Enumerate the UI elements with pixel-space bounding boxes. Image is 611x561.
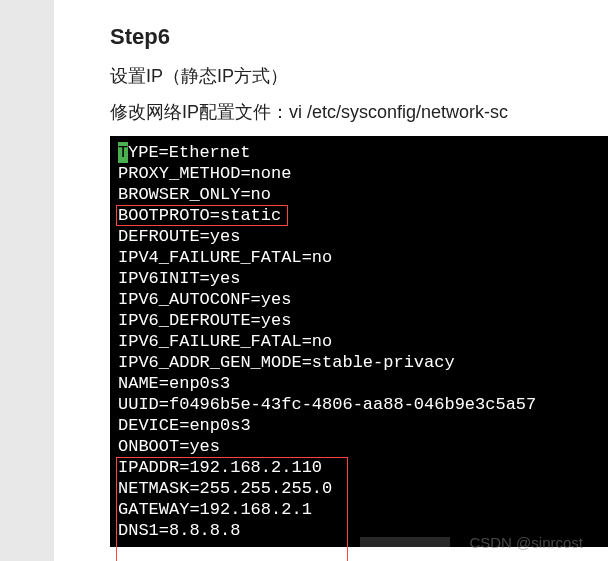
terminal-text: YPE=Ethernet [128, 143, 250, 162]
terminal-line: UUID=f0496b5e-43fc-4806-aa88-046b9e3c5a5… [118, 394, 600, 415]
terminal-line: TYPE=Ethernet [118, 142, 600, 163]
terminal-line: IPV6_FAILURE_FATAL=no [118, 331, 600, 352]
config-edit-prefix: 修改网络IP配置文件：vi [110, 102, 307, 122]
document-page: Step6 设置IP（静态IP方式） 修改网络IP配置文件：vi /etc/sy… [54, 0, 611, 561]
terminal-line: NETMASK=255.255.255.0 [118, 478, 600, 499]
terminal-line: BOOTPROTO=static [118, 205, 600, 226]
config-file-path: /etc/sysconfig/network-sc [307, 102, 508, 122]
terminal-line: IPV6_ADDR_GEN_MODE=stable-privacy [118, 352, 600, 373]
terminal-line: NAME=enp0s3 [118, 373, 600, 394]
terminal-line: IPV6_AUTOCONF=yes [118, 289, 600, 310]
terminal-line: GATEWAY=192.168.2.1 [118, 499, 600, 520]
terminal-line: BROWSER_ONLY=no [118, 184, 600, 205]
terminal-line: IPV6_DEFROUTE=yes [118, 310, 600, 331]
terminal-screenshot: TYPE=Ethernet PROXY_METHOD=none BROWSER_… [110, 136, 608, 547]
description-line-1: 设置IP（静态IP方式） [110, 64, 611, 88]
step-heading: Step6 [110, 24, 611, 50]
terminal-line: IPV4_FAILURE_FATAL=no [118, 247, 600, 268]
terminal-line: PROXY_METHOD=none [118, 163, 600, 184]
terminal-line: DNS1=8.8.8.8 [118, 520, 600, 541]
terminal-cursor: T [118, 142, 128, 163]
terminal-line: DEVICE=enp0s3 [118, 415, 600, 436]
terminal-line: IPADDR=192.168.2.110 [118, 457, 600, 478]
terminal-line: DEFROUTE=yes [118, 226, 600, 247]
terminal-line: IPV6INIT=yes [118, 268, 600, 289]
terminal-line: ONBOOT=yes [118, 436, 600, 457]
description-line-2: 修改网络IP配置文件：vi /etc/sysconfig/network-sc [110, 100, 611, 124]
